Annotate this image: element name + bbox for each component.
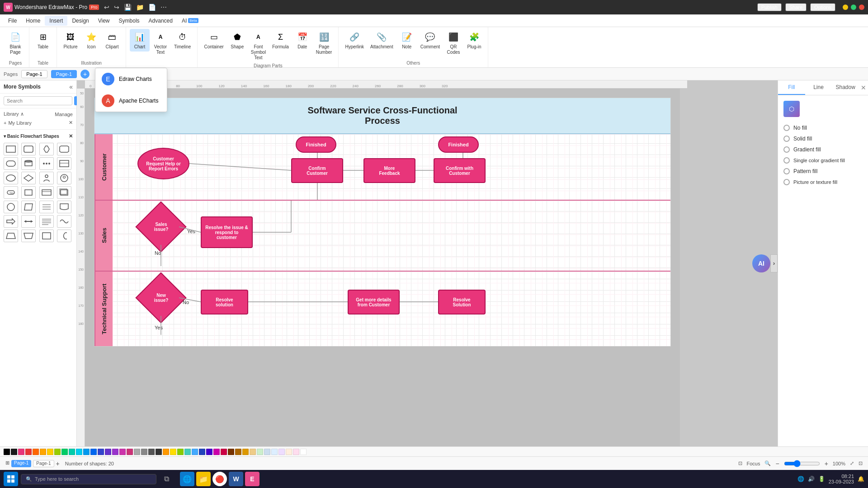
timeline-btn[interactable]: ⏱ Timeline <box>171 29 193 52</box>
color-lime2[interactable] <box>177 449 184 455</box>
shape-confirm-with-customer[interactable]: Confirm withCustomer <box>434 158 486 183</box>
shape-arrow-right[interactable] <box>4 215 18 228</box>
color-hot-pink[interactable] <box>127 449 133 455</box>
shape-stepped-rect[interactable] <box>39 186 54 199</box>
color-orange[interactable] <box>33 449 39 455</box>
edraw-charts-item[interactable]: E Edraw Charts <box>95 68 167 90</box>
shape-multi-rect[interactable] <box>57 186 71 199</box>
rp-close-btn[interactable]: ✕ <box>859 80 868 95</box>
color-black[interactable] <box>4 449 10 455</box>
edge-browser-btn[interactable]: 🌐 <box>180 472 194 486</box>
focus-label[interactable]: Focus <box>747 461 760 466</box>
shape-bracket-open[interactable] <box>57 230 71 242</box>
color-lavender[interactable] <box>278 449 285 455</box>
shape-resolve-solution[interactable]: Resolvesolution <box>201 290 248 314</box>
fill-option-solid[interactable]: Solid fill <box>783 133 863 144</box>
page-tab-status[interactable]: Page-1 <box>11 460 31 467</box>
blank-page-btn[interactable]: 📄 BlankPage <box>5 29 25 57</box>
shape-more-feedback[interactable]: MoreFeedback <box>363 158 415 183</box>
color-white[interactable] <box>300 449 307 455</box>
table-btn[interactable]: ⊞ Table <box>33 29 53 52</box>
fill-option-picture[interactable]: Picture or texture fill <box>783 177 863 188</box>
color-alice-blue[interactable] <box>271 449 278 455</box>
shape-wide-bracket[interactable] <box>39 230 54 242</box>
color-magenta[interactable] <box>119 449 126 455</box>
shape-diamond[interactable] <box>21 172 36 184</box>
menu-design[interactable]: Design <box>67 16 93 26</box>
menu-ai[interactable]: AI Beta <box>177 16 203 26</box>
attachment-btn[interactable]: 📎 Attachment <box>368 29 396 52</box>
shape-table-simple[interactable] <box>57 157 71 170</box>
close-btn[interactable] <box>859 5 864 10</box>
add-page-btn[interactable]: + <box>80 70 90 79</box>
container-btn[interactable]: ▭ Container <box>201 29 226 52</box>
rp-tab-fill[interactable]: Fill <box>778 80 805 95</box>
clipart-btn[interactable]: 🗃 Clipart <box>102 29 122 52</box>
color-amber[interactable] <box>40 449 46 455</box>
shape-resolve-solution-right[interactable]: ResolveSolution <box>438 290 486 314</box>
apache-echarts-item[interactable]: A Apache ECharts <box>95 90 167 112</box>
notification-icon[interactable]: 🔔 <box>858 476 864 482</box>
chart-btn[interactable]: 📊 Chart <box>130 29 150 52</box>
publish-btn[interactable]: Publish <box>757 3 782 11</box>
my-library-close-icon[interactable]: ✕ <box>69 120 73 126</box>
options-btn[interactable]: Options <box>810 3 835 11</box>
radio-no-fill[interactable] <box>783 125 790 131</box>
font-symbol-btn[interactable]: A FontSymbolText <box>248 29 269 62</box>
page-nav-icon[interactable]: ⊞ <box>5 460 9 467</box>
canvas-area[interactable]: 0204060801001201401601802002202402602803… <box>77 80 778 446</box>
shape-double-arrow[interactable] <box>21 215 36 228</box>
color-blush[interactable] <box>293 449 299 455</box>
manage-btn[interactable]: Manage <box>55 112 73 117</box>
panel-collapse-btn[interactable]: › <box>770 254 778 272</box>
color-pink[interactable] <box>18 449 24 455</box>
share-btn[interactable]: Share <box>785 3 807 11</box>
color-brown[interactable] <box>228 449 234 455</box>
color-peach[interactable] <box>286 449 292 455</box>
color-blue[interactable] <box>90 449 97 455</box>
shape-resolve-issue[interactable]: Resolve the issue &respond tocustomer <box>201 216 253 248</box>
shape-wave[interactable] <box>57 215 71 228</box>
new-btn[interactable]: 📄 <box>147 4 157 11</box>
fit-page-btn[interactable]: ⤢ <box>850 460 854 466</box>
shape-lines-text[interactable] <box>39 215 54 228</box>
color-light-gray[interactable] <box>134 449 140 455</box>
fill-option-single-color[interactable]: Single color gradient fill <box>783 155 863 166</box>
open-btn[interactable]: 📁 <box>135 4 145 11</box>
date-btn[interactable]: 📅 Date <box>292 29 312 52</box>
redo-btn[interactable]: ↪ <box>113 4 121 11</box>
shape-badge[interactable]: Yes <box>4 186 18 199</box>
shape-customer-request[interactable]: CustomerRequest Help orReport Errors <box>137 148 189 179</box>
radio-single-color[interactable] <box>783 157 790 164</box>
color-teal2[interactable] <box>184 449 191 455</box>
shape-confirm-customer[interactable]: ConfirmCustomer <box>291 158 343 183</box>
color-sky2[interactable] <box>192 449 198 455</box>
color-charcoal[interactable] <box>156 449 162 455</box>
formula-btn[interactable]: Σ Formula <box>269 29 292 52</box>
save-btn[interactable]: 💾 <box>123 4 133 11</box>
radio-pattern-fill[interactable] <box>783 168 790 174</box>
shape-bracket-rect[interactable] <box>21 186 36 199</box>
color-gold[interactable] <box>242 449 249 455</box>
search-input[interactable] <box>4 96 72 105</box>
rp-tab-shadow[interactable]: Shadow <box>832 80 859 95</box>
color-dark-blue[interactable] <box>98 449 104 455</box>
shape-parallelogram[interactable] <box>21 201 36 213</box>
qr-codes-btn[interactable]: ⬛ QRCodes <box>443 29 463 57</box>
page-number-btn[interactable]: 🔢 PageNumber <box>313 29 335 57</box>
fill-option-pattern[interactable]: Pattern fill <box>783 166 863 177</box>
chrome-browser-btn[interactable]: 🔴 <box>212 472 227 486</box>
color-crimson[interactable] <box>221 449 227 455</box>
color-fuchsia[interactable] <box>213 449 220 455</box>
plug-in-btn[interactable]: 🧩 Plug-in <box>464 29 484 52</box>
color-near-black[interactable] <box>11 449 17 455</box>
color-purple[interactable] <box>112 449 118 455</box>
color-orange2[interactable] <box>163 449 169 455</box>
color-yellow2[interactable] <box>170 449 176 455</box>
zoom-out-btn[interactable]: − <box>775 460 779 467</box>
page-setup-icon[interactable]: ⊡ <box>738 460 742 466</box>
shape-finished-2[interactable]: Finished <box>438 136 479 153</box>
shape-finished-1[interactable]: Finished <box>296 136 336 153</box>
color-sky[interactable] <box>83 449 90 455</box>
radio-picture-fill[interactable] <box>783 179 790 185</box>
